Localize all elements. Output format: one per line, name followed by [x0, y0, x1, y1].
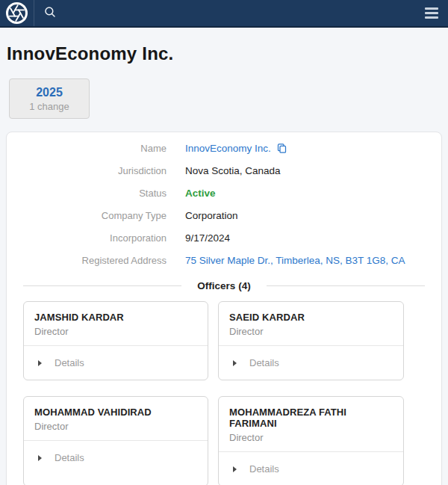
officer-card: SAEID KARDAR Director Details	[218, 301, 404, 380]
divider	[23, 285, 181, 286]
officer-card: MOHAMMADREZA FATHI FARIMANI Director Det…	[218, 396, 404, 485]
copy-icon[interactable]	[276, 143, 287, 154]
officers-grid: JAMSHID KARDAR Director Details SAEID KA…	[7, 301, 441, 485]
company-details-card: Name InnovEconomy Inc. Jurisdiction Nova…	[6, 132, 442, 485]
jurisdiction-value: Nova Scotia, Canada	[185, 165, 281, 176]
officers-heading: Officers (4)	[197, 280, 250, 291]
officer-details-toggle[interactable]: Details	[24, 345, 208, 380]
field-row-jurisdiction: Jurisdiction Nova Scotia, Canada	[7, 160, 441, 182]
company-name-link[interactable]: InnovEconomy Inc.	[185, 143, 271, 154]
field-row-company-type: Company Type Corporation	[7, 205, 441, 227]
officer-name: MOHAMMADREZA FATHI FARIMANI	[229, 407, 393, 429]
officer-card: MOHAMMAD VAHIDIRAD Director Details	[23, 396, 208, 485]
caret-right-icon	[38, 455, 42, 461]
officer-card: JAMSHID KARDAR Director Details	[23, 301, 208, 380]
field-label: Name	[7, 143, 167, 154]
divider	[267, 285, 425, 286]
field-label: Jurisdiction	[7, 165, 167, 176]
caret-right-icon	[38, 360, 42, 366]
year-tab-change-count: 1 change	[29, 101, 69, 112]
field-row-registered-address: Registered Address 75 Silver Maple Dr., …	[7, 250, 441, 272]
field-label: Company Type	[7, 210, 167, 221]
field-row-name: Name InnovEconomy Inc.	[7, 138, 441, 160]
aperture-logo-icon	[6, 2, 28, 24]
registered-address-link[interactable]: 75 Silver Maple Dr., Timberlea, NS, B3T …	[185, 255, 405, 266]
caret-right-icon	[233, 466, 237, 472]
year-tab-year: 2025	[36, 86, 63, 99]
officer-details-toggle[interactable]: Details	[219, 345, 403, 380]
officer-name: JAMSHID KARDAR	[34, 312, 197, 323]
company-fields: Name InnovEconomy Inc. Jurisdiction Nova…	[7, 132, 441, 272]
field-row-incorporation: Incorporation 9/17/2024	[7, 227, 441, 250]
officers-section-header: Officers (4)	[23, 280, 425, 291]
officer-details-toggle[interactable]: Details	[219, 451, 403, 485]
officer-details-toggle[interactable]: Details	[24, 440, 208, 475]
field-label: Registered Address	[7, 255, 167, 266]
officer-role: Director	[34, 421, 197, 432]
home-logo-button[interactable]	[0, 0, 34, 26]
status-badge: Active	[185, 188, 216, 199]
company-type-value: Corporation	[185, 210, 238, 221]
field-row-status: Status Active	[7, 182, 441, 205]
year-tab-2025[interactable]: 2025 1 change	[9, 78, 90, 119]
page-title: InnovEconomy Inc.	[7, 43, 448, 64]
officer-name: SAEID KARDAR	[229, 312, 393, 323]
details-toggle-label: Details	[249, 463, 279, 475]
top-nav-bar	[0, 0, 448, 28]
field-label: Status	[7, 188, 167, 199]
search-button[interactable]	[34, 0, 66, 26]
details-toggle-label: Details	[55, 357, 84, 368]
officer-role: Director	[229, 432, 393, 443]
officer-name: MOHAMMAD VAHIDIRAD	[34, 407, 197, 418]
incorporation-date-value: 9/17/2024	[185, 232, 230, 244]
search-icon	[43, 5, 57, 22]
details-toggle-label: Details	[249, 357, 279, 368]
menu-button[interactable]	[415, 0, 448, 26]
officer-role: Director	[34, 326, 197, 337]
hamburger-icon	[425, 7, 438, 19]
details-toggle-label: Details	[55, 452, 84, 463]
caret-right-icon	[233, 360, 237, 366]
field-label: Incorporation	[7, 232, 167, 244]
officer-role: Director	[229, 326, 393, 337]
